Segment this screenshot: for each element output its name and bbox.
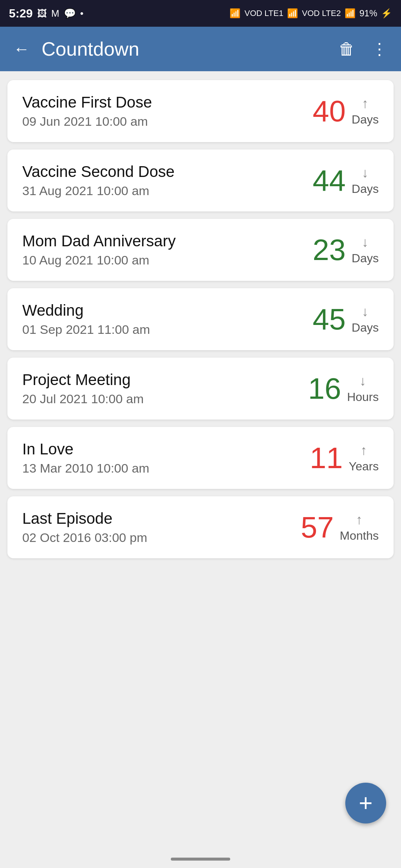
- event-title: Vaccine First Dose: [22, 93, 152, 111]
- card-left: Vaccine Second Dose 31 Aug 2021 10:00 am: [22, 163, 175, 198]
- card-right: 57 ↑ Months: [301, 512, 379, 543]
- event-date: 02 Oct 2016 03:00 pm: [22, 530, 147, 545]
- status-right: 📶 VOD LTE1 📶 VOD LTE2 📶 91% ⚡: [229, 8, 392, 19]
- countdown-card[interactable]: Mom Dad Anniversary 10 Aug 2021 10:00 am…: [7, 219, 394, 281]
- card-left: Wedding 01 Sep 2021 11:00 am: [22, 302, 150, 337]
- event-title: Wedding: [22, 302, 150, 319]
- more-options-button[interactable]: ⋮: [368, 38, 391, 60]
- message-icon: 💬: [64, 8, 76, 19]
- dot-icon: •: [80, 8, 84, 19]
- event-unit: Hours: [347, 390, 379, 404]
- countdown-card[interactable]: Last Episode 02 Oct 2016 03:00 pm 57 ↑ M…: [7, 496, 394, 558]
- card-right: 23 ↓ Days: [312, 234, 379, 265]
- card-right: 45 ↓ Days: [312, 304, 379, 335]
- direction-arrow: ↓: [362, 234, 369, 250]
- event-date: 09 Jun 2021 10:00 am: [22, 114, 152, 129]
- event-count: 23: [313, 235, 346, 265]
- event-unit: Days: [352, 251, 379, 265]
- event-date: 20 Jul 2021 10:00 am: [22, 392, 144, 406]
- card-unit-arrow: ↓ Days: [352, 165, 379, 196]
- back-icon: ←: [13, 40, 30, 58]
- direction-arrow: ↓: [362, 304, 369, 319]
- add-event-button[interactable]: +: [345, 783, 386, 823]
- delete-button[interactable]: 🗑: [336, 38, 358, 60]
- status-time: 5:29: [9, 7, 33, 20]
- battery-percent: 91%: [359, 8, 377, 19]
- card-unit-arrow: ↓ Days: [352, 304, 379, 335]
- countdown-card[interactable]: Vaccine Second Dose 31 Aug 2021 10:00 am…: [7, 149, 394, 211]
- direction-arrow: ↑: [362, 96, 369, 111]
- card-left: Project Meeting 20 Jul 2021 10:00 am: [22, 371, 144, 406]
- card-left: Vaccine First Dose 09 Jun 2021 10:00 am: [22, 93, 152, 129]
- event-title: In Love: [22, 440, 149, 458]
- app-bar-title: Countdown: [42, 38, 139, 60]
- card-right: 44 ↓ Days: [312, 165, 379, 196]
- direction-arrow: ↓: [359, 373, 366, 389]
- event-count: 40: [313, 96, 346, 126]
- card-right: 16 ↓ Hours: [308, 373, 379, 404]
- card-left: Last Episode 02 Oct 2016 03:00 pm: [22, 510, 147, 545]
- card-left: In Love 13 Mar 2010 10:00 am: [22, 440, 149, 476]
- countdown-card[interactable]: Wedding 01 Sep 2021 11:00 am 45 ↓ Days: [7, 288, 394, 350]
- countdown-card[interactable]: Vaccine First Dose 09 Jun 2021 10:00 am …: [7, 80, 394, 142]
- event-title: Vaccine Second Dose: [22, 163, 175, 181]
- card-unit-arrow: ↑ Years: [349, 443, 379, 473]
- direction-arrow: ↑: [356, 512, 363, 527]
- event-date: 13 Mar 2010 10:00 am: [22, 461, 149, 476]
- event-title: Project Meeting: [22, 371, 144, 389]
- event-count: 16: [308, 374, 341, 404]
- countdown-card[interactable]: In Love 13 Mar 2010 10:00 am 11 ↑ Years: [7, 427, 394, 489]
- event-date: 01 Sep 2021 11:00 am: [22, 322, 150, 337]
- back-button[interactable]: ←: [10, 38, 33, 60]
- status-left: 5:29 🖼 M 💬 •: [9, 7, 84, 20]
- card-unit-arrow: ↓ Days: [352, 234, 379, 265]
- event-unit: Years: [349, 460, 379, 473]
- event-count: 44: [313, 166, 346, 195]
- plus-icon: +: [359, 789, 372, 817]
- event-unit: Days: [352, 113, 379, 126]
- event-title: Mom Dad Anniversary: [22, 232, 176, 250]
- countdown-card[interactable]: Project Meeting 20 Jul 2021 10:00 am 16 …: [7, 358, 394, 420]
- card-unit-arrow: ↑ Months: [340, 512, 379, 543]
- app-bar-actions: 🗑 ⋮: [336, 38, 391, 60]
- signal-text-2: VOD LTE2: [302, 9, 341, 18]
- card-right: 11 ↑ Years: [310, 443, 379, 473]
- status-bar: 5:29 🖼 M 💬 • 📶 VOD LTE1 📶 VOD LTE2 📶 91%…: [0, 0, 401, 27]
- card-left: Mom Dad Anniversary 10 Aug 2021 10:00 am: [22, 232, 176, 267]
- delete-icon: 🗑: [339, 40, 355, 58]
- photo-icon: 🖼: [37, 8, 47, 19]
- app-bar-left: ← Countdown: [10, 38, 139, 60]
- more-icon: ⋮: [371, 40, 388, 58]
- event-title: Last Episode: [22, 510, 147, 527]
- wifi-icon: 📶: [229, 8, 241, 19]
- event-unit: Days: [352, 321, 379, 335]
- event-count: 57: [301, 513, 334, 542]
- event-date: 10 Aug 2021 10:00 am: [22, 253, 176, 267]
- event-count: 45: [313, 305, 346, 334]
- app-bar: ← Countdown 🗑 ⋮: [0, 27, 401, 71]
- signal-bars-1: 📶: [287, 8, 298, 19]
- event-date: 31 Aug 2021 10:00 am: [22, 184, 175, 198]
- signal-bars-2: 📶: [345, 8, 356, 19]
- event-count: 11: [310, 443, 343, 473]
- signal-text: VOD LTE1: [244, 9, 283, 18]
- events-list: Vaccine First Dose 09 Jun 2021 10:00 am …: [0, 71, 401, 567]
- event-unit: Months: [340, 529, 379, 543]
- bottom-nav-indicator: [171, 858, 230, 861]
- card-unit-arrow: ↓ Hours: [347, 373, 379, 404]
- event-unit: Days: [352, 182, 379, 196]
- direction-arrow: ↓: [362, 165, 369, 181]
- direction-arrow: ↑: [361, 443, 367, 458]
- card-right: 40 ↑ Days: [312, 96, 379, 126]
- card-unit-arrow: ↑ Days: [352, 96, 379, 126]
- maps-icon: M: [51, 8, 59, 19]
- battery-icon: ⚡: [381, 8, 392, 19]
